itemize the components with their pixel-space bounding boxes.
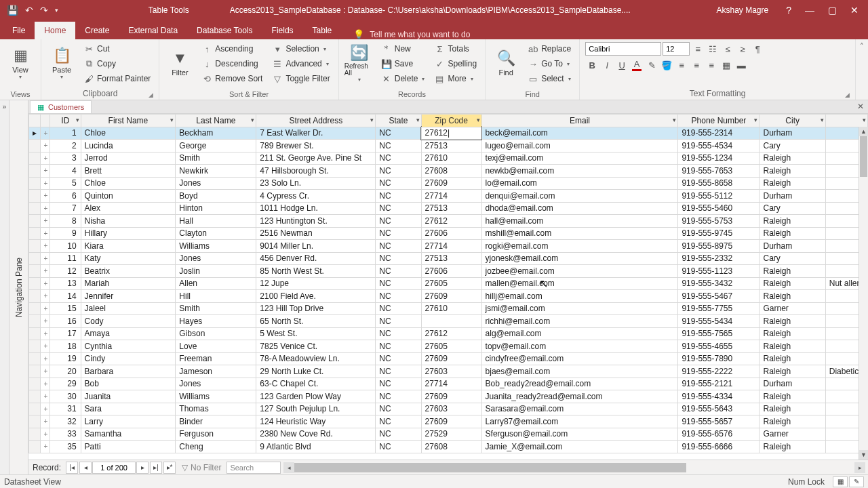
replace-button[interactable]: abReplace [525,42,574,56]
cell-email[interactable]: alg@email.com [481,327,678,340]
cell-city[interactable]: Raleigh [760,315,825,328]
cell-address[interactable]: 2516 Newman [256,227,376,240]
cell-city[interactable]: Raleigh [760,152,825,165]
fill-color-button[interactable]: 🪣 [660,58,673,72]
row-selector[interactable] [29,190,41,203]
cell-id[interactable]: 35 [50,441,81,453]
bold-button[interactable]: B [585,58,599,72]
cell-first-name[interactable]: Larry [81,415,176,428]
column-header[interactable]: Phone Number▾ [678,115,760,127]
column-header[interactable]: Email▾ [481,115,678,127]
maximize-icon[interactable]: ▢ [828,5,837,16]
cell-email[interactable]: bjaes@email.com [481,365,678,378]
goto-button[interactable]: →Go To▾ [525,57,574,70]
cell-city[interactable]: Durham [760,190,825,203]
cell-email[interactable]: dhoda@email.com [481,202,678,215]
cell-address[interactable]: 29 North Luke Ct. [256,365,376,378]
cell-last-name[interactable]: Binder [176,415,256,428]
scroll-down-icon[interactable]: ▼ [859,450,868,460]
cell-phone[interactable]: 919-555-5460 [678,202,760,215]
cell-zip[interactable]: 27529 [421,428,481,441]
cell-last-name[interactable]: Freeman [176,352,256,365]
cell-id[interactable]: 20 [50,365,81,378]
gridlines-icon[interactable]: ▦ [719,58,733,72]
cell-state[interactable]: NC [376,428,421,441]
cell-state[interactable]: NC [376,340,421,353]
next-record-button[interactable]: ▸ [136,462,149,474]
table-row[interactable]: +3JerrodSmith211 St. George Ave. Pine St… [29,152,868,165]
cell-email[interactable]: Juanita_ready2read@email.com [481,390,678,403]
redo-icon[interactable]: ↷ [40,5,48,16]
row-selector[interactable] [29,441,41,453]
cell-city[interactable]: Durham [760,378,825,390]
highlight-button[interactable]: ✎ [645,58,658,72]
cell-phone[interactable]: 919-555-8975 [678,240,760,253]
cell-last-name[interactable]: Hill [176,290,256,303]
underline-button[interactable]: U [615,58,629,72]
cell-city[interactable]: Raleigh [760,277,825,290]
cell-last-name[interactable]: Jameson [176,365,256,378]
cell-last-name[interactable]: Hall [176,215,256,228]
numbering-icon[interactable]: ☷ [706,42,719,56]
column-dropdown-icon[interactable]: ▾ [673,117,676,123]
minimize-icon[interactable]: — [805,5,814,16]
cell-zip[interactable]: 27513 [421,202,481,215]
cell-state[interactable]: NC [376,265,421,278]
cell-phone[interactable]: 919-555-5753 [678,215,760,228]
cell-last-name[interactable]: Clayton [176,227,256,240]
cell-email[interactable]: Larry87@email.com [481,415,678,428]
cell-city[interactable]: Raleigh [760,177,825,190]
align-center-icon[interactable]: ≡ [690,58,703,72]
cell-zip[interactable]: 27610 [421,152,481,165]
save-record-button[interactable]: 💾Save [378,57,428,70]
cell-city[interactable]: Cary [760,252,825,265]
cell-email[interactable]: Jamie_X@email.com [481,441,678,453]
expand-row-icon[interactable]: + [40,127,50,140]
table-row[interactable]: +17AmayaGibson5 West St.NC27612alg@email… [29,327,868,340]
cell-id[interactable]: 12 [50,265,81,278]
cell-zip[interactable]: 27609 [421,352,481,365]
cell-email[interactable]: Bob_ready2read@email.com [481,378,678,390]
cell-city[interactable]: Durham [760,240,825,253]
row-selector[interactable] [29,378,41,390]
cell-id[interactable]: 18 [50,340,81,353]
row-selector[interactable]: ▸ [29,127,41,140]
cell-zip[interactable]: 27612 [421,327,481,340]
cell-last-name[interactable]: Cheng [176,441,256,453]
paste-button[interactable]: 📋 Paste ▾ [47,42,77,84]
cell-zip[interactable]: 27714 [421,378,481,390]
column-dropdown-icon[interactable]: ▾ [863,117,866,123]
cell-email[interactable]: jsmi@email.com [481,302,678,315]
cell-email[interactable]: Sarasara@email.com [481,403,678,415]
cell-state[interactable]: NC [376,403,421,415]
cell-first-name[interactable]: Chloe [81,127,176,140]
table-row[interactable]: +18CynthiaLove7825 Venice Ct.NC27605topv… [29,340,868,353]
cell-id[interactable]: 14 [50,290,81,303]
cell-state[interactable]: NC [376,202,421,215]
expand-row-icon[interactable]: + [40,390,50,403]
cell-first-name[interactable]: Alex [81,202,176,215]
hscroll-thumb[interactable] [294,463,686,472]
cell-city[interactable]: Raleigh [760,441,825,453]
cell-address[interactable]: 2380 New Cove Rd. [256,428,376,441]
cell-id[interactable]: 31 [50,403,81,415]
cell-phone[interactable]: 919-555-6576 [678,428,760,441]
expand-row-icon[interactable]: + [40,202,50,215]
cell-city[interactable]: Raleigh [760,415,825,428]
cell-city[interactable]: Garner [760,302,825,315]
cell-state[interactable]: NC [376,140,421,152]
tab-database-tools[interactable]: Database Tools [187,22,262,39]
cell-zip[interactable]: 27609 [421,177,481,190]
cell-phone[interactable]: 919-555-5467 [678,290,760,303]
cell-city[interactable]: Raleigh [760,290,825,303]
cell-last-name[interactable]: Hayes [176,315,256,328]
cell-address[interactable]: 127 South Pejulup Ln. [256,403,376,415]
row-selector[interactable] [29,152,41,165]
cell-city[interactable]: Raleigh [760,265,825,278]
cell-state[interactable]: NC [376,277,421,290]
cell-address[interactable]: 211 St. George Ave. Pine St [256,152,376,165]
cell-first-name[interactable]: Samantha [81,428,176,441]
cell-id[interactable]: 8 [50,215,81,228]
row-selector[interactable] [29,315,41,328]
cell-state[interactable]: NC [376,227,421,240]
